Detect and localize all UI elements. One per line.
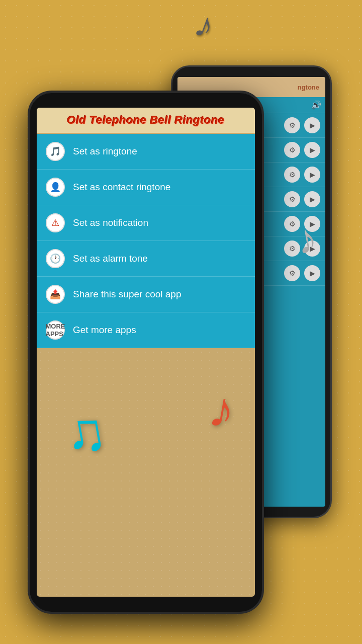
alarm-tone-label: Set as alarm tone bbox=[73, 253, 148, 264]
floating-note-top: ♪ bbox=[190, 3, 220, 47]
bg-play-icon-3[interactable]: ▶ bbox=[304, 167, 320, 183]
more-apps-icon: MOREAPPS bbox=[46, 320, 65, 340]
share-label: Share this super cool app bbox=[73, 289, 181, 300]
bg-play-icon-2[interactable]: ▶ bbox=[304, 142, 320, 158]
bg-play-icon-4[interactable]: ▶ bbox=[304, 191, 320, 207]
bg-settings-icon-3[interactable]: ⚙ bbox=[284, 167, 300, 183]
blue-note-decoration: ♫ bbox=[59, 397, 111, 467]
more-apps-label: Get more apps bbox=[73, 325, 136, 336]
app-header: Old Telephone Bell Ringtone bbox=[37, 108, 255, 134]
contact-icon: 👤 bbox=[46, 178, 65, 197]
menu-item-notification[interactable]: ⚠ Set as notification bbox=[37, 205, 255, 241]
red-note-decoration: ♪ bbox=[205, 379, 239, 441]
main-phone: Old Telephone Bell Ringtone 🎵 Set as rin… bbox=[28, 91, 264, 614]
bg-play-icon-1[interactable]: ▶ bbox=[304, 117, 320, 133]
ringtone-icon: 🎵 bbox=[46, 142, 65, 161]
menu-item-ringtone[interactable]: 🎵 Set as ringtone bbox=[37, 134, 255, 170]
speaker-icon: 🔊 bbox=[311, 100, 321, 110]
ringtone-label: Set as ringtone bbox=[73, 146, 137, 157]
bg-play-icon-7[interactable]: ▶ bbox=[304, 265, 320, 281]
contact-ringtone-label: Set as contact ringtone bbox=[73, 182, 170, 193]
notification-label: Set as notification bbox=[73, 217, 148, 228]
app-title: Old Telephone Bell Ringtone bbox=[45, 114, 247, 127]
bg-settings-icon-2[interactable]: ⚙ bbox=[284, 142, 300, 158]
menu-list: 🎵 Set as ringtone 👤 Set as contact ringt… bbox=[37, 134, 255, 348]
bottom-area: ♫ ♪ bbox=[37, 348, 255, 489]
menu-item-contact-ringtone[interactable]: 👤 Set as contact ringtone bbox=[37, 170, 255, 205]
menu-item-alarm-tone[interactable]: 🕐 Set as alarm tone bbox=[37, 241, 255, 277]
phone-screen: Old Telephone Bell Ringtone 🎵 Set as rin… bbox=[37, 108, 255, 597]
bg-settings-icon-1[interactable]: ⚙ bbox=[284, 117, 300, 133]
bg-settings-icon-7[interactable]: ⚙ bbox=[284, 265, 300, 281]
share-icon: 📤 bbox=[46, 285, 65, 304]
menu-item-more-apps[interactable]: MOREAPPS Get more apps bbox=[37, 312, 255, 348]
menu-item-share[interactable]: 📤 Share this super cool app bbox=[37, 277, 255, 312]
bg-settings-icon-4[interactable]: ⚙ bbox=[284, 191, 300, 207]
alarm-icon: 🕐 bbox=[46, 249, 65, 268]
notification-icon: ⚠ bbox=[46, 213, 65, 232]
